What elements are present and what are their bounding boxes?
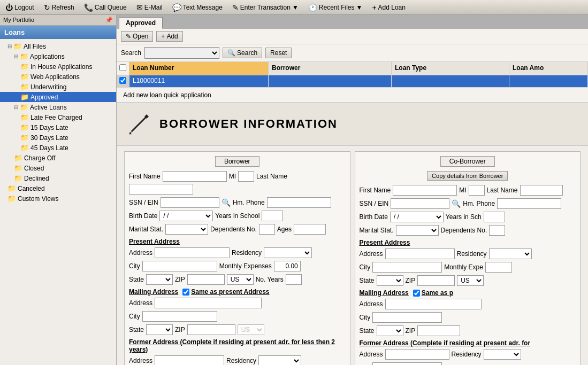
add-button[interactable]: + Add [156, 31, 182, 42]
mi-input[interactable] [238, 171, 254, 182]
co-state-select[interactable] [377, 275, 403, 286]
co-monthly-exp-label: Monthly Expe [444, 263, 483, 271]
monthly-expenses-input[interactable] [274, 261, 301, 271]
co-former-address-input[interactable] [385, 349, 449, 360]
former-residency-label: Residency [226, 357, 256, 364]
co-mailing-city-row: City [360, 312, 576, 323]
sidebar-item-canceled[interactable]: 📁 Canceled [0, 183, 116, 193]
dependents-input[interactable] [259, 224, 275, 235]
last-name-input[interactable] [129, 184, 193, 195]
co-city-input[interactable] [372, 262, 442, 273]
co-present-address-label: Present Address [360, 239, 410, 246]
former-address-section: Former Address (Complete if residing at … [129, 338, 346, 353]
city-input[interactable] [142, 261, 217, 271]
co-years-in-school-input[interactable] [484, 212, 505, 222]
sidebar-item-30-days[interactable]: 📁 30 Days Late [0, 133, 116, 143]
years-in-school-input[interactable] [262, 211, 283, 221]
sidebar-item-in-house[interactable]: 📁 In House Applications [0, 61, 116, 72]
mailing-city-input[interactable] [142, 311, 217, 322]
open-button[interactable]: ✎ Open [121, 31, 153, 42]
sidebar-item-custom-views[interactable]: 📁 Custom Views [0, 193, 116, 204]
address-input[interactable] [155, 247, 230, 258]
enter-transaction-button[interactable]: ✎ Enter Transaction ▼ [230, 2, 301, 13]
refresh-button[interactable]: ↻ Refresh [42, 2, 77, 13]
birth-date-select[interactable]: / / [159, 211, 213, 221]
first-name-input[interactable] [163, 171, 227, 182]
magnifier-icon: 🔍 [227, 49, 235, 57]
sidebar-item-web-applications[interactable]: 📁 Web Applications [0, 72, 116, 82]
select-all-checkbox[interactable] [119, 64, 126, 71]
co-same-as-present-checkbox[interactable] [413, 290, 420, 297]
co-former-residency-select[interactable] [484, 349, 521, 360]
co-first-name-input[interactable] [393, 185, 457, 196]
table-row[interactable]: L10000011 [117, 75, 588, 88]
sidebar-item-closed[interactable]: 📁 Closed [0, 163, 116, 173]
loan-number-header[interactable]: Loan Number [129, 62, 269, 75]
mailing-country-select[interactable]: US [238, 324, 264, 335]
ssn-search-button[interactable]: 🔍 [222, 198, 231, 207]
co-marital-stat-select[interactable] [396, 225, 439, 236]
co-mailing-city-input[interactable] [372, 312, 442, 323]
reset-button[interactable]: Reset [265, 48, 292, 58]
text-message-button[interactable]: 💬 Text Message [170, 2, 225, 13]
mailing-address-input[interactable] [155, 298, 262, 308]
residency-select[interactable] [264, 247, 312, 258]
sidebar-item-underwriting[interactable]: 📁 Underwriting [0, 82, 116, 92]
approved-tab[interactable]: Approved [119, 17, 163, 29]
co-address-label: Address [360, 250, 383, 258]
country-select[interactable]: US [227, 274, 254, 285]
co-former-city-input[interactable] [372, 362, 442, 365]
co-zip-input[interactable] [417, 275, 455, 286]
co-last-name-input[interactable] [520, 185, 563, 196]
co-monthly-expenses-input[interactable] [485, 262, 512, 273]
call-queue-button[interactable]: 📞 Call Queue [82, 2, 129, 13]
sidebar-item-45-days[interactable]: 📁 45 Days Late [0, 143, 116, 153]
hm-phone-input[interactable] [267, 197, 331, 208]
marital-stat-select[interactable] [165, 224, 208, 235]
copy-details-button[interactable]: Copy details from Borrower [427, 171, 508, 181]
former-address-input[interactable] [155, 355, 224, 365]
form-area: Add new loan quick application ★ BORROWE… [117, 88, 588, 365]
ages-input[interactable] [294, 224, 326, 235]
ssn-input[interactable] [161, 197, 219, 208]
co-mailing-zip-input[interactable] [417, 325, 460, 336]
search-button[interactable]: 🔍 Search [223, 48, 262, 58]
co-country-select[interactable]: US [457, 275, 484, 286]
sidebar-item-charge-off[interactable]: 📁 Charge Off [0, 153, 116, 163]
sidebar-item-all-files[interactable]: ⊟ 📁 All Files [0, 41, 116, 51]
sidebar-item-applications[interactable]: ⊟ 📁 Applications [0, 51, 116, 61]
add-plus-icon: + [161, 33, 165, 40]
row-checkbox[interactable] [119, 77, 126, 84]
sidebar-item-approved[interactable]: 📁 Approved [0, 92, 116, 102]
logout-button[interactable]: ⏻ Logout [3, 2, 36, 13]
borrower-header[interactable]: Borrower [269, 62, 392, 75]
sidebar-item-15-days[interactable]: 📁 15 Days Late [0, 122, 116, 133]
add-loan-button[interactable]: + Add Loan [370, 2, 408, 13]
email-button[interactable]: ✉ E-Mail [134, 2, 165, 13]
mailing-zip-input[interactable] [187, 324, 235, 335]
co-mi-input[interactable] [469, 185, 485, 196]
mailing-state-select[interactable] [146, 324, 173, 335]
co-ssn-input[interactable] [391, 198, 449, 209]
co-mailing-state-select[interactable] [377, 325, 403, 336]
co-dependents-input[interactable] [489, 225, 505, 236]
sidebar-item-declined[interactable]: 📁 Declined [0, 173, 116, 183]
former-residency-select[interactable] [258, 355, 301, 365]
co-birth-date-select[interactable]: / / [390, 212, 444, 222]
co-mailing-address-input[interactable] [385, 299, 482, 309]
sidebar-item-active-loans[interactable]: ⊟ 📁 Active Loans [0, 102, 116, 112]
recent-files-button[interactable]: 🕐 Recent Files ▼ [306, 2, 365, 13]
co-residency-select[interactable] [489, 248, 532, 259]
state-select[interactable] [146, 274, 173, 285]
search-dropdown[interactable] [144, 47, 219, 59]
zip-input[interactable] [187, 274, 225, 285]
borrower-section: Borrower First Name MI Last Name SSN / E… [124, 151, 350, 365]
co-hm-phone-input[interactable] [497, 198, 561, 209]
loan-amount-header[interactable]: Loan Amo [509, 62, 588, 75]
co-ssn-search-button[interactable]: 🔍 [452, 199, 461, 208]
no-years-input[interactable] [286, 274, 302, 285]
same-as-present-checkbox[interactable] [182, 289, 189, 296]
sidebar-item-late-fee[interactable]: 📁 Late Fee Charged [0, 112, 116, 122]
co-address-input[interactable] [385, 248, 455, 259]
loan-type-header[interactable]: Loan Type [392, 62, 509, 75]
